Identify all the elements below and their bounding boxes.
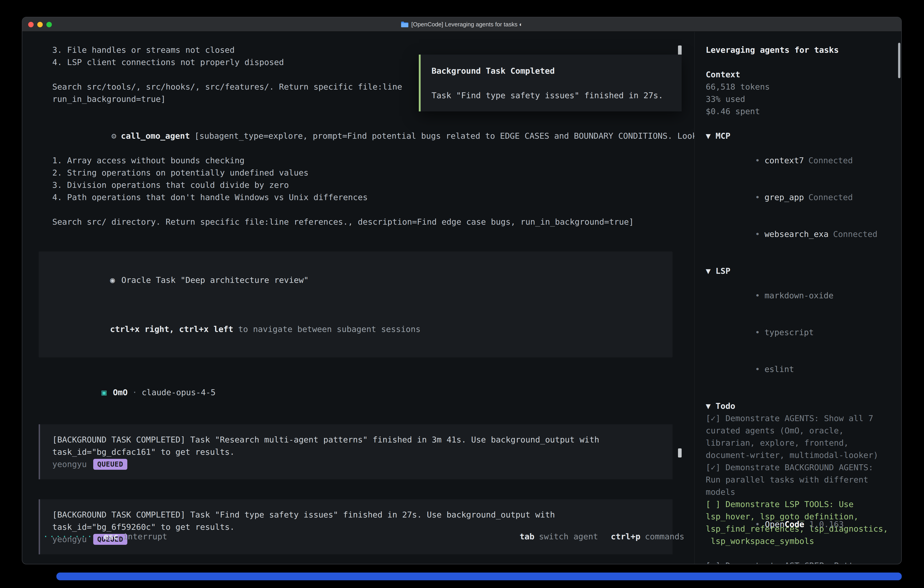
folder-icon [401,21,408,27]
tool-arg-line: 2. String operations on potentially unde… [52,167,685,179]
toast-body: Task "Find type safety issues" finished … [432,89,671,101]
tab-key-label: switch agent [539,530,598,543]
minimize-button[interactable] [37,21,43,27]
tool-call-block: ⚙call_omo_agent[subagent_type=explore, p… [39,117,685,228]
tool-arg-line [52,203,685,216]
scrollback-line: 3. File handles or streams not closed [52,44,685,56]
lsp-item: •markdown-oxide [706,277,896,314]
mcp-name: context7 [764,155,804,165]
agent-model: claude-opus-4-5 [142,387,216,397]
oracle-task-title-row: ◉Oracle Task "Deep architecture review" [51,261,660,298]
bullet-icon: • [755,192,760,202]
tool-arg-line: Search src/ directory. Return specific f… [52,216,685,228]
tool-args: [subagent_type=explore, prompt=Find pote… [195,131,695,140]
hint-keys: ctrl+x right, ctrl+x left [110,324,233,334]
blank-line [51,298,660,311]
todo-section-heading[interactable]: ▼ Todo [706,400,896,412]
agent-session-header: ▣OmO·claude-opus-4-5 [39,374,685,411]
notification-toast[interactable]: Background Task Completed Task "Find typ… [419,55,681,111]
ctrlp-key-label: commands [645,530,684,543]
app-version-footer: • OpenCode 1.0.163 [706,506,844,543]
chat-pane[interactable]: 3. File handles or streams not closed 4.… [22,32,695,564]
session-sidebar: Leveraging agents for tasks Context 66,5… [695,32,901,564]
hint-text: to navigate between subagent sessions [233,324,421,334]
mcp-item: •grep_appConnected [706,179,896,216]
agent-name: OmO [113,387,127,397]
app-name: Open [765,519,785,529]
todo-item-pending: [ ] Demonstrate AST-GREP: Pattern search… [706,559,896,564]
agent-icon: ▣ [102,387,107,397]
bullet-icon: • [755,364,760,374]
message-line: [BACKGROUND TASK COMPLETED] Task "Resear… [52,433,662,446]
context-tokens: 66,518 tokens [706,81,896,93]
status-bar: ········ esc interrupt tab switch agent … [43,530,684,543]
separator-dot: · [132,387,137,397]
maximize-button[interactable] [46,21,52,27]
context-spent: $0.46 spent [706,105,896,117]
bullet-icon: • [755,327,760,337]
window-title: [OpenCode] Leveraging agents for tasks ◐ [401,21,523,28]
mcp-name: websearch_exa [764,229,828,239]
spinner-dots: ········ [43,530,94,543]
message-block: [BACKGROUND TASK COMPLETED] Task "Resear… [39,424,673,479]
subagent-nav-hint: ctrl+x right, ctrl+x left to navigate be… [51,311,660,347]
esc-key-hint: esc [104,530,118,543]
app-version: 1.0.163 [809,519,844,529]
app-name-bold: Code [785,519,804,529]
screen: [OpenCode] Leveraging agents for tasks ◐… [0,0,924,588]
mcp-status: Connected [808,192,853,202]
mcp-item: •websearch_exaConnected [706,216,896,253]
window-title-text: [OpenCode] Leveraging agents for tasks ◐ [411,21,523,28]
message-block: [BACKGROUND TASK COMPLETED] Task "Find t… [39,499,673,554]
message-line: task_id="bg_dcfac161" to get results. [52,446,662,458]
context-used: 33% used [706,93,896,105]
mcp-name: grep_app [764,192,804,202]
background-window-edge [56,573,902,580]
lsp-name: eslint [764,364,794,374]
toast-title: Background Task Completed [432,64,671,77]
todo-item-done: [✓] Demonstrate AGENTS: Show all 7 curat… [706,412,896,461]
bullet-icon: • [755,155,760,165]
gear-icon: ⚙ [111,131,116,140]
mcp-section-heading[interactable]: ▼ MCP [706,130,896,142]
tool-name: call_omo_agent [121,131,190,140]
lsp-item: •eslint [706,351,896,387]
bullet-icon: • [755,291,760,300]
tool-arg-line: 4. Path operations that don't handle Win… [52,191,685,203]
traffic-lights [22,21,52,27]
ctrlp-key-hint: ctrl+p [611,530,640,543]
mcp-status: Connected [808,155,853,165]
lsp-section-heading[interactable]: ▼ LSP [706,265,896,277]
message-meta-row: yeongyu QUEUED [52,458,662,470]
oracle-task-title: Oracle Task "Deep architecture review" [121,275,309,285]
bullet-icon: • [755,519,760,529]
tool-arg-line: 1. Array access without bounds checking [52,154,685,167]
bullet-icon: • [755,229,760,239]
sidebar-scrollbar-thumb[interactable] [898,43,900,78]
lsp-item: •typescript [706,314,896,351]
message-line: [BACKGROUND TASK COMPLETED] Task "Find t… [52,509,662,521]
window-content: 3. File handles or streams not closed 4.… [22,32,901,564]
mcp-status: Connected [833,229,878,239]
tab-key-hint: tab [520,530,534,543]
mcp-item: •context7Connected [706,142,896,179]
session-title: Leveraging agents for tasks [706,44,896,56]
todo-item-done: [✓] Demonstrate BACKGROUND AGENTS: Run p… [706,461,896,498]
esc-key-label: interrupt [123,530,167,543]
tool-arg-line: 3. Division operations that could divide… [52,179,685,191]
oracle-task-panel: ◉Oracle Task "Deep architecture review" … [39,251,673,357]
lsp-name: markdown-oxide [764,291,833,300]
lsp-name: typescript [764,327,814,337]
window-titlebar[interactable]: [OpenCode] Leveraging agents for tasks ◐ [22,17,901,32]
oracle-task-icon: ◉ [110,275,115,285]
status-badge: QUEUED [93,459,127,469]
scrollbar-thumb[interactable] [678,45,681,56]
context-heading: Context [706,68,896,81]
scrollbar-thumb[interactable] [678,448,681,458]
terminal-window: [OpenCode] Leveraging agents for tasks ◐… [22,17,902,564]
close-button[interactable] [28,21,34,27]
tool-call-header: ⚙call_omo_agent[subagent_type=explore, p… [52,117,685,154]
message-author: yeongyu [52,458,87,470]
